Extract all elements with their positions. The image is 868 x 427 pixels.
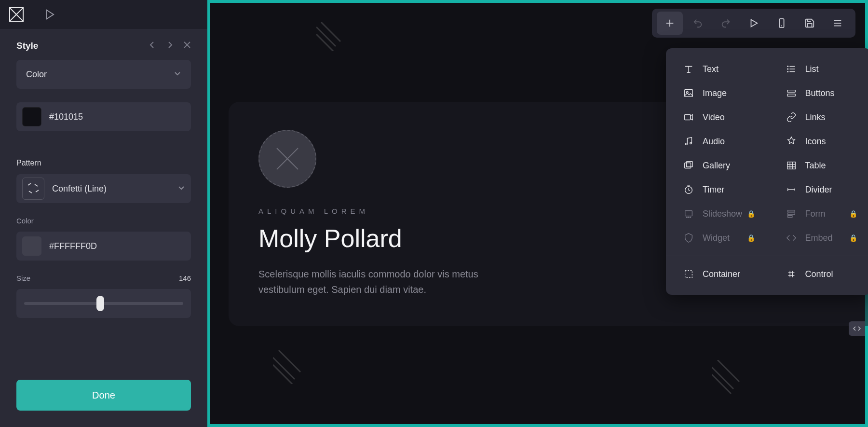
svg-rect-47 (787, 162, 795, 169)
add-gallery-item[interactable]: Gallery (666, 153, 769, 178)
add-image-item[interactable]: Image (666, 81, 769, 105)
audio-icon (683, 136, 694, 147)
app-logo-icon[interactable] (9, 7, 24, 22)
svg-rect-62 (787, 216, 792, 218)
svg-rect-39 (787, 90, 795, 93)
svg-point-57 (686, 217, 687, 218)
add-item-label: Form (805, 209, 826, 219)
popover-divider (666, 256, 868, 256)
play-button[interactable] (741, 12, 767, 35)
svg-marker-42 (691, 115, 693, 120)
svg-rect-61 (787, 213, 795, 215)
svg-line-13 (273, 358, 295, 379)
add-item-label: Audio (703, 137, 725, 147)
color-swatch-icon (22, 236, 41, 256)
svg-line-17 (718, 360, 739, 382)
add-item-label: Links (805, 112, 826, 123)
style-color-input[interactable]: #101015 (16, 102, 191, 131)
add-icons-item[interactable]: Icons (769, 129, 868, 153)
add-control-item[interactable]: Control (769, 262, 868, 286)
menu-button[interactable] (825, 12, 851, 35)
body-text[interactable]: Scelerisque mollis iaculis commodo dolor… (258, 266, 509, 297)
add-item-label: Control (805, 269, 833, 279)
color-swatch-icon (22, 107, 41, 126)
done-button[interactable]: Done (16, 380, 191, 411)
control-icon (786, 269, 797, 279)
panel-title: Style (16, 41, 38, 51)
svg-marker-23 (751, 20, 758, 27)
pattern-swatch-icon (22, 178, 44, 200)
pattern-color-label: Color (16, 217, 191, 225)
widget-icon (683, 233, 694, 243)
svg-line-12 (316, 34, 333, 51)
svg-point-58 (688, 217, 689, 218)
svg-line-8 (29, 191, 32, 193)
list-icon (786, 64, 797, 74)
add-item-label: Video (703, 112, 725, 123)
style-sidebar: Style Color #101015 Pattern (0, 0, 207, 427)
panel-close-icon[interactable] (183, 41, 191, 51)
timer-icon (683, 184, 694, 195)
table-icon (786, 160, 797, 171)
add-links-item[interactable]: Links (769, 105, 868, 129)
video-icon (683, 112, 694, 123)
size-value: 146 (179, 274, 191, 282)
add-table-item[interactable]: Table (769, 153, 868, 178)
panel-back-icon[interactable] (149, 41, 156, 51)
add-video-item[interactable]: Video (666, 105, 769, 129)
add-timer-item[interactable]: Timer (666, 178, 769, 202)
svg-rect-63 (685, 271, 692, 278)
lock-icon: 🔒 (849, 234, 857, 242)
svg-point-35 (787, 69, 788, 69)
avatar-placeholder[interactable] (258, 130, 316, 188)
svg-point-44 (690, 142, 692, 144)
add-item-label: Table (805, 161, 826, 171)
add-item-label: Timer (703, 185, 724, 195)
svg-rect-40 (787, 94, 795, 96)
lock-icon: 🔒 (747, 234, 755, 242)
panel-forward-icon[interactable] (166, 41, 174, 51)
pattern-select[interactable]: Confetti (Line) (16, 174, 191, 203)
sidebar-top-bar (0, 0, 207, 29)
add-item-label: Divider (805, 185, 832, 195)
canvas-toolbar (652, 9, 855, 38)
panel-header: Style (0, 29, 207, 60)
add-element-button[interactable] (657, 12, 683, 35)
svg-point-36 (787, 71, 788, 72)
style-type-select[interactable]: Color (16, 60, 191, 89)
undo-button[interactable] (685, 12, 711, 35)
lock-icon: 🔒 (747, 210, 755, 218)
add-container-item[interactable]: Container (666, 262, 769, 286)
add-widget-item: Widget🔒 (666, 226, 769, 250)
style-color-value: #101015 (49, 112, 83, 122)
add-divider-item[interactable]: Divider (769, 178, 868, 202)
slider-thumb[interactable] (96, 296, 104, 311)
pattern-color-value: #FFFFFF0D (49, 241, 97, 251)
pattern-section-title: Pattern (16, 159, 191, 167)
size-slider[interactable] (16, 289, 191, 318)
add-item-label: Embed (805, 233, 833, 243)
redo-button[interactable] (713, 12, 739, 35)
mobile-preview-button[interactable] (769, 12, 795, 35)
add-audio-item[interactable]: Audio (666, 129, 769, 153)
add-item-label: Widget (703, 233, 730, 243)
svg-line-7 (35, 184, 38, 186)
svg-rect-37 (685, 90, 693, 97)
svg-line-11 (321, 22, 340, 41)
devtools-toggle[interactable] (849, 321, 865, 336)
svg-line-9 (36, 190, 39, 192)
save-button[interactable] (797, 12, 823, 35)
add-item-label: Buttons (805, 88, 835, 98)
form-icon (786, 208, 797, 219)
section-divider (16, 145, 191, 145)
svg-rect-41 (685, 115, 691, 120)
add-text-item[interactable]: Text (666, 57, 769, 81)
pattern-color-input[interactable]: #FFFFFF0D (16, 232, 191, 261)
preview-play-icon[interactable] (44, 9, 56, 20)
add-form-item: Form🔒 (769, 202, 868, 226)
add-slideshow-item: Slideshow🔒 (666, 202, 769, 226)
gallery-icon (683, 160, 694, 171)
add-list-item[interactable]: List (769, 57, 868, 81)
pattern-select-value: Confetti (Line) (52, 184, 107, 194)
add-buttons-item[interactable]: Buttons (769, 81, 868, 105)
